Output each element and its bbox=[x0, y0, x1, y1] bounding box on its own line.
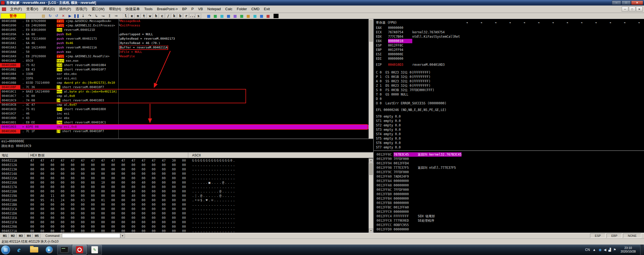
dump-row[interactable]: 004021FA00 00 00 00 00 00 00 00 00 00 00… bbox=[0, 220, 369, 224]
dump-row[interactable]: 0040214A00 00 00 00 00 00 00 00 00 00 00… bbox=[0, 172, 369, 176]
disasm-row[interactable]: 004010B0.75 02jnz short reverseM.004010B… bbox=[0, 63, 369, 67]
toolbar-plugin-icon-4[interactable]: ■ bbox=[232, 13, 238, 18]
stack-row[interactable]: 0012FF98777E37F5返回到 ntdll.777E37F5 bbox=[374, 166, 644, 170]
step-over-button[interactable]: ↷ bbox=[87, 13, 93, 18]
register-row[interactable]: ESI0000000E bbox=[376, 52, 644, 56]
disasm-row[interactable]: 004010D0>43inc ebx bbox=[0, 116, 369, 120]
toolbar-plugin-icon-7[interactable]: ■ bbox=[252, 13, 258, 18]
taskbar-console-button[interactable] bbox=[57, 245, 72, 255]
menu-item-15[interactable]: Folder bbox=[234, 6, 249, 13]
dump-row[interactable]: 0040219A00 A6 11 40 00 00 00 00 00 00 40… bbox=[0, 194, 369, 198]
toolbar-letter-5[interactable]: h bbox=[153, 13, 159, 18]
menu-item-17[interactable]: Exit bbox=[262, 6, 272, 13]
menu-item-2[interactable]: 调试(D) bbox=[40, 6, 57, 13]
stack-row[interactable]: 0012FFA800000000 bbox=[374, 183, 644, 188]
stack-row[interactable]: 0012FF940012FFD4 bbox=[374, 161, 644, 166]
flag-row[interactable]: D 0 bbox=[376, 97, 644, 101]
volume-tray-icon[interactable]: ◀ bbox=[604, 248, 606, 252]
fpu-register-row[interactable]: ST4 empty 0.0 bbox=[376, 132, 644, 136]
flag-row[interactable]: P 1 CS 001B 32位 0(FFFFFFFF) bbox=[376, 75, 644, 79]
dump-row[interactable]: 0040221A00 00 00 00 00 00 00 00 00 00 00… bbox=[0, 229, 369, 233]
toolbar-letter-0[interactable]: l bbox=[123, 13, 129, 18]
disasm-row[interactable]: 004010CF.46inc esi bbox=[0, 112, 369, 116]
tray-chevron-up-icon[interactable]: ▲ bbox=[593, 248, 596, 252]
taskbar-ie-button[interactable]: e bbox=[12, 245, 26, 255]
stack-row[interactable]: 0012FFD000000000 bbox=[374, 227, 644, 232]
toolbar-plugin-icon-9[interactable]: ■ bbox=[265, 13, 271, 18]
fpu-register-row[interactable]: ST6 empty 0.0 bbox=[376, 141, 644, 145]
scrollbar-thumb[interactable] bbox=[369, 20, 373, 42]
toolbar-plugin-icon-0[interactable]: ■ bbox=[206, 13, 212, 18]
run-button[interactable]: ▶ bbox=[67, 13, 73, 18]
flag-row[interactable]: S 0 FS 003B 32位 7FFDE000(FFF) bbox=[376, 88, 644, 92]
command-input[interactable] bbox=[62, 234, 120, 238]
minimize-button[interactable]: ─ bbox=[612, 1, 621, 5]
disasm-row[interactable]: 0040108B.E8 D7020000call <jmp.&USER32.Me… bbox=[0, 19, 369, 23]
taskbar-editor-button[interactable]: ✎ bbox=[88, 245, 102, 255]
register-row[interactable]: EAX00000000 bbox=[376, 26, 644, 30]
stack-row[interactable]: 0012FFB000000000 bbox=[374, 192, 644, 196]
animate-over-button[interactable]: ↝ bbox=[100, 13, 106, 18]
stack-row[interactable]: 0012FF9C7FFDF000 bbox=[374, 170, 644, 174]
toolbar-plugin-icon-5[interactable]: ■ bbox=[239, 13, 245, 18]
fpu-register-row[interactable]: ST7 empty 0.0 bbox=[376, 145, 644, 150]
stack-row[interactable]: 0012FFC87779E0EDSE处理程序 bbox=[374, 218, 644, 223]
toolbar-letter-1[interactable]: e bbox=[129, 13, 135, 18]
dump-row[interactable]: 004021BA00 00 00 00 00 00 00 00 00 00 00… bbox=[0, 202, 369, 207]
disasm-row[interactable]: 004010B4>33DBxor ebx,ebx bbox=[0, 72, 369, 76]
menu-item-14[interactable]: Calc bbox=[223, 6, 234, 13]
register-history-arrows-icon[interactable]: ◄ ◄ ◄ ◄ ◄ ◄ ◄ ◄ ◄ ◄ ◄ ◄ ◄ bbox=[466, 20, 644, 26]
flag-row[interactable]: Z 1 DS 0023 32位 0(FFFFFFFF) bbox=[376, 83, 644, 88]
stack-row[interactable]: 0012FF8C767B3C45返回到 kernel32.767B3C45 bbox=[374, 152, 644, 157]
stack-row[interactable]: 0012FFBC0012FFA0 bbox=[374, 205, 644, 210]
dump-row[interactable]: 0040217A00 00 00 00 00 00 00 00 00 00 00… bbox=[0, 185, 369, 189]
disasm-row[interactable]: 004010D1.EB EEjmp short reverseM.004010C… bbox=[0, 120, 369, 125]
network-tray-icon[interactable]: ▟ bbox=[608, 248, 611, 252]
action-center-tray-icon[interactable]: ⚑ bbox=[613, 248, 616, 252]
mdi-minimize-button[interactable]: ─ bbox=[622, 7, 628, 12]
menu-item-10[interactable]: BP bbox=[180, 6, 189, 13]
stack-row[interactable]: 0012FFAC7FFDF000 bbox=[374, 188, 644, 192]
fpu-register-row[interactable]: ST2 empty 0.0 bbox=[376, 123, 644, 128]
toolbar-plugin-icon-8[interactable]: ■ bbox=[258, 13, 264, 18]
dump-row[interactable]: 004021CA00 00 00 00 00 00 00 00 00 00 00… bbox=[0, 207, 369, 211]
disasm-row[interactable]: 004010A1.6A 46push 0x46│BytesToRead = 46… bbox=[0, 41, 369, 45]
stack-row[interactable]: 0012FFA07AD024F9 bbox=[374, 174, 644, 179]
disasm-row[interactable]: 004010C1>8A83 1A214000mov al,byte ptr ds… bbox=[0, 89, 369, 94]
flag-row[interactable]: T 0 GS 0000 NULL bbox=[376, 92, 644, 97]
disasm-row[interactable]: 004010C9.74 08je short reverseM.004010D3 bbox=[0, 98, 369, 103]
update-tray-icon[interactable]: ◉ bbox=[599, 248, 601, 252]
dump-row[interactable]: 0040215A00 00 00 00 00 00 00 00 00 00 00… bbox=[0, 176, 369, 180]
menu-item-1[interactable]: 查看(V) bbox=[24, 6, 40, 13]
stack-row[interactable]: 0012FFB800000000 bbox=[374, 201, 644, 205]
disasm-row[interactable]: 004010D3>83FE 08cmp esi,0x8 bbox=[0, 125, 369, 129]
maximize-button[interactable]: □ bbox=[621, 1, 631, 5]
disasm-row[interactable]: 004010C7.3C 00cmp al,0x0 bbox=[0, 94, 369, 98]
toolbar-letter-12[interactable]: s bbox=[196, 13, 201, 18]
language-indicator[interactable]: CN bbox=[585, 248, 590, 252]
taskbar-explorer-button[interactable] bbox=[27, 245, 41, 255]
memory-tab-m5[interactable]: M5 bbox=[33, 234, 40, 238]
taskbar-debugger-button[interactable] bbox=[72, 245, 87, 255]
fpu-register-row[interactable]: ST0 empty 0.0 bbox=[376, 114, 644, 119]
menu-item-9[interactable]: BreakPoint-> bbox=[155, 6, 180, 13]
toolbar-letter-6[interactable]: c bbox=[159, 13, 165, 18]
menu-item-12[interactable]: VB bbox=[196, 6, 205, 13]
disasm-row[interactable]: 004010B8.833D 73214000cmp dword ptr ds:[… bbox=[0, 81, 369, 85]
toolbar-letter-11[interactable]: ... bbox=[190, 13, 195, 18]
toolbar-letter-9[interactable]: b bbox=[178, 13, 183, 18]
disasm-row[interactable]: 00401095.E9 83010000jmp reverseM.0040121… bbox=[0, 28, 369, 32]
command-dropdown-icon[interactable]: ▼ bbox=[120, 234, 125, 238]
memory-tab-m4[interactable]: M4 bbox=[25, 234, 32, 238]
disasm-row[interactable]: 004010A8.50push eax│hFile = NULL bbox=[0, 50, 369, 54]
register-row[interactable]: EDX777C7B04ntdll.KiFastSystemCallRet bbox=[376, 34, 644, 39]
menu-item-16[interactable]: CMD bbox=[249, 6, 262, 13]
mdi-close-button[interactable]: ✕ bbox=[636, 7, 643, 12]
memory-tab-m2[interactable]: M2 bbox=[9, 234, 17, 238]
stack-row[interactable]: 0012FFA400000000 bbox=[374, 179, 644, 183]
dump-row[interactable]: 004021AA00 95 01 24 00 03 00 01 00 00 00… bbox=[0, 198, 369, 202]
flag-row[interactable]: C 0 ES 0023 32位 0(FFFFFFFF) bbox=[376, 70, 644, 75]
taskbar-media-player-button[interactable]: ▶ bbox=[42, 245, 56, 255]
toolbar-black-icon[interactable] bbox=[274, 14, 279, 18]
toolbar-letter-10[interactable]: r bbox=[184, 13, 189, 18]
